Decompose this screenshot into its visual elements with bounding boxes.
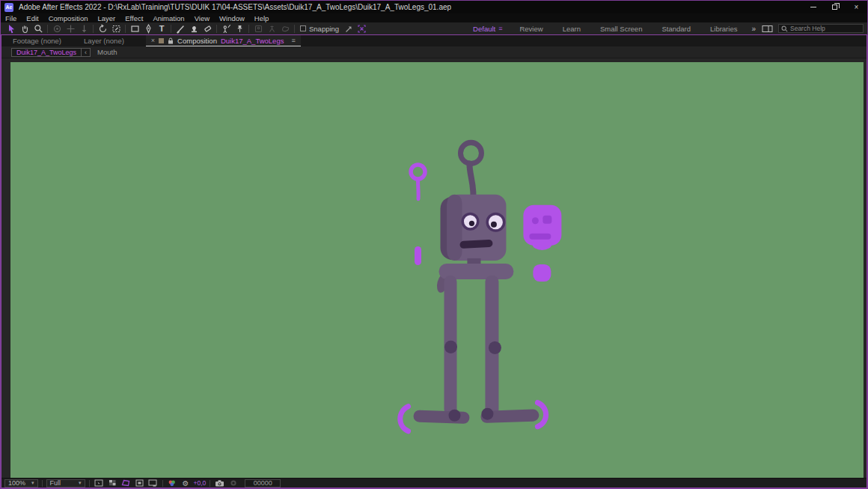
- composition-navigator: Duik17_A_TwoLegs ‹ Mouth: [1, 46, 867, 58]
- ghost-pill-shape: [415, 246, 421, 265]
- status-separator: [42, 480, 43, 487]
- snapping-label: Snapping: [309, 25, 339, 33]
- left-crescent-shape: [400, 407, 409, 431]
- toolbar-separator: [216, 25, 217, 33]
- snap-arrow-icon[interactable]: [341, 23, 355, 34]
- workspace-menu-icon[interactable]: ≡: [498, 25, 502, 32]
- tab-footage[interactable]: Footage (none): [1, 35, 73, 46]
- menu-edit[interactable]: Edit: [26, 14, 38, 22]
- lock-icon[interactable]: [168, 37, 174, 44]
- search-input[interactable]: [790, 25, 861, 32]
- menu-composition[interactable]: Composition: [49, 14, 88, 22]
- tab-layer[interactable]: Layer (none): [73, 35, 135, 46]
- exposure-gear-icon[interactable]: ⚙: [180, 479, 192, 488]
- snapshot-camera-icon[interactable]: [214, 479, 225, 488]
- dolly-camera-tool-icon[interactable]: [77, 23, 91, 34]
- tool-bar: T Snapping: [1, 22, 867, 34]
- workspace-small-screen[interactable]: Small Screen: [590, 25, 652, 33]
- minimize-icon: [810, 7, 816, 7]
- grid-guides-icon[interactable]: [134, 479, 145, 488]
- toolbar-separator: [248, 25, 249, 33]
- tab-composition[interactable]: × Composition Duik17_A_TwoLegs ≡: [146, 35, 301, 46]
- workspace-standard[interactable]: Standard: [652, 25, 700, 33]
- tab-composition-name: Duik17_A_TwoLegs: [221, 37, 284, 45]
- help-search[interactable]: [778, 24, 864, 33]
- composition-canvas[interactable]: [10, 62, 864, 478]
- transparency-grid-icon[interactable]: [107, 479, 118, 488]
- window-title: Adobe After Effects 2022 - D:\RxLab\Trai…: [19, 3, 451, 11]
- menu-layer[interactable]: Layer: [98, 14, 116, 22]
- show-snapshot-icon: [227, 479, 239, 488]
- view-layout-icon[interactable]: [94, 479, 105, 488]
- tab-close-icon[interactable]: ×: [151, 37, 155, 44]
- toolbar-separator: [93, 25, 94, 33]
- frame-counter[interactable]: 00000: [245, 479, 281, 488]
- window-controls: ×: [802, 1, 867, 13]
- menu-animation[interactable]: Animation: [153, 14, 184, 22]
- breadcrumb-comp-chip[interactable]: Duik17_A_TwoLegs: [11, 48, 82, 57]
- orbit-camera-tool-icon[interactable]: [50, 23, 64, 34]
- menu-effect[interactable]: Effect: [125, 14, 143, 22]
- pan-camera-tool-icon[interactable]: [64, 23, 77, 34]
- after-effects-window: Ae Adobe After Effects 2022 - D:\RxLab\T…: [0, 0, 868, 489]
- menu-help[interactable]: Help: [254, 14, 269, 22]
- magnification-value: 100%: [8, 479, 25, 487]
- menu-window[interactable]: Window: [219, 14, 245, 22]
- clone-stamp-tool-icon[interactable]: [187, 23, 201, 34]
- pan-behind-tool-icon[interactable]: [109, 23, 123, 34]
- roto-brush-tool-icon[interactable]: [219, 23, 233, 34]
- status-separator: [89, 480, 90, 487]
- snapping-checkbox[interactable]: [300, 25, 306, 31]
- hand-tool-icon[interactable]: [18, 23, 31, 34]
- restore-icon: [832, 4, 837, 10]
- breadcrumb-current[interactable]: Mouth: [97, 48, 117, 56]
- restore-button[interactable]: [824, 1, 846, 13]
- type-tool-icon[interactable]: T: [155, 23, 168, 34]
- zoom-tool-icon[interactable]: [31, 23, 45, 34]
- workspace-default[interactable]: Default: [463, 25, 498, 33]
- disabled-tool-icon-1: [251, 23, 265, 34]
- eraser-tool-icon[interactable]: [201, 23, 214, 34]
- exposure-value[interactable]: +0,0: [194, 479, 207, 487]
- panel-menu-icon[interactable]: ≡: [291, 37, 295, 44]
- pen-tool-icon[interactable]: [141, 23, 155, 34]
- search-icon: [781, 25, 788, 32]
- rectangle-tool-icon[interactable]: [128, 23, 141, 34]
- workspace-panel-icon[interactable]: [760, 23, 774, 34]
- snapping-toggle[interactable]: Snapping: [300, 25, 339, 33]
- tab-color-chip: [159, 38, 164, 43]
- status-separator: [162, 480, 163, 487]
- toolbar-separator: [294, 25, 295, 33]
- puppet-pin-tool-icon[interactable]: [233, 23, 246, 34]
- disabled-tool-icon-2: [265, 23, 278, 34]
- workspace-learn[interactable]: Learn: [553, 25, 590, 33]
- toggle-viewer-icon[interactable]: [147, 479, 159, 488]
- menu-file[interactable]: File: [5, 14, 16, 22]
- robot-character: [413, 142, 539, 424]
- menu-bar: File Edit Composition Layer Effect Anima…: [1, 13, 867, 22]
- workspace-libraries[interactable]: Libraries: [700, 25, 747, 33]
- channels-icon[interactable]: [167, 479, 178, 488]
- snap-bounds-icon[interactable]: [355, 23, 368, 34]
- viewer-tab-strip: Footage (none) Layer (none) × Compositio…: [1, 35, 867, 46]
- magnification-dropdown[interactable]: 100% ▾: [4, 479, 38, 488]
- workspace-overflow-icon[interactable]: »: [747, 25, 760, 33]
- resolution-dropdown[interactable]: Full ▾: [46, 479, 85, 488]
- frame-value: 00000: [254, 479, 272, 487]
- composition-panel: Footage (none) Layer (none) × Compositio…: [1, 34, 867, 488]
- rotation-tool-icon[interactable]: [96, 23, 109, 34]
- status-separator: [210, 480, 210, 487]
- close-button[interactable]: ×: [846, 1, 867, 13]
- menu-view[interactable]: View: [195, 14, 210, 22]
- workspace-review[interactable]: Review: [510, 25, 552, 33]
- minimize-button[interactable]: [802, 1, 824, 13]
- robot-artwork: [10, 62, 864, 478]
- breadcrumb-separator: ‹: [82, 48, 91, 57]
- brush-tool-icon[interactable]: [174, 23, 187, 34]
- mask-visibility-icon[interactable]: [120, 479, 132, 488]
- app-icon: Ae: [4, 3, 13, 12]
- purple-blob-shape: [533, 264, 551, 282]
- selection-tool-icon[interactable]: [4, 23, 18, 34]
- toolbar-separator: [171, 25, 171, 33]
- chevron-down-icon: ▾: [79, 480, 82, 486]
